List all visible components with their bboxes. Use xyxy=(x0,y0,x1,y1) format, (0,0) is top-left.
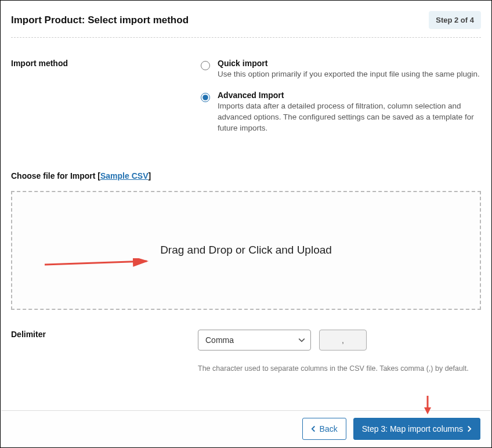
radio-quick[interactable] xyxy=(201,61,210,70)
delimiter-label: Delimiter xyxy=(11,330,198,374)
next-step-button[interactable]: Step 3: Map import columns xyxy=(353,418,480,440)
file-dropzone[interactable]: Drag and Drop or Click and Upload xyxy=(11,191,481,310)
page-title: Import Product: Select import method xyxy=(11,15,189,26)
choose-file-label: Choose file for Import [Sample CSV] xyxy=(11,144,481,180)
choose-file-prefix: Choose file for Import [ xyxy=(11,171,100,180)
radio-option-quick-import[interactable]: Quick import Use this option primarily i… xyxy=(198,59,481,80)
radio-option-advanced-import[interactable]: Advanced Import Imports data after a det… xyxy=(198,91,481,134)
back-button[interactable]: Back xyxy=(302,418,346,440)
radio-title-quick: Quick import xyxy=(218,59,480,68)
radio-input-advanced[interactable] xyxy=(198,91,212,104)
radio-desc-advanced: Imports data after a detailed process of… xyxy=(218,101,481,134)
radio-advanced[interactable] xyxy=(201,93,210,102)
delimiter-hint: The character used to separate columns i… xyxy=(198,363,481,374)
delimiter-char-input[interactable] xyxy=(319,330,367,351)
step-indicator-badge: Step 2 of 4 xyxy=(429,11,481,29)
chevron-right-icon xyxy=(466,425,472,432)
sample-csv-link[interactable]: Sample CSV xyxy=(100,171,148,180)
next-button-label: Step 3: Map import columns xyxy=(362,424,463,433)
back-button-label: Back xyxy=(320,424,338,433)
footer-bar: Back Step 3: Map import columns xyxy=(1,410,491,447)
delimiter-select[interactable]: Comma xyxy=(198,330,311,351)
radio-desc-quick: Use this option primarily if you exporte… xyxy=(218,69,480,80)
choose-file-suffix: ] xyxy=(148,171,151,180)
delimiter-select-wrap[interactable]: Comma xyxy=(198,330,311,351)
radio-input-quick[interactable] xyxy=(198,59,212,73)
radio-title-advanced: Advanced Import xyxy=(218,91,481,100)
dropzone-text: Drag and Drop or Click and Upload xyxy=(160,244,332,256)
chevron-left-icon xyxy=(311,425,316,432)
import-method-label: Import method xyxy=(11,59,198,144)
